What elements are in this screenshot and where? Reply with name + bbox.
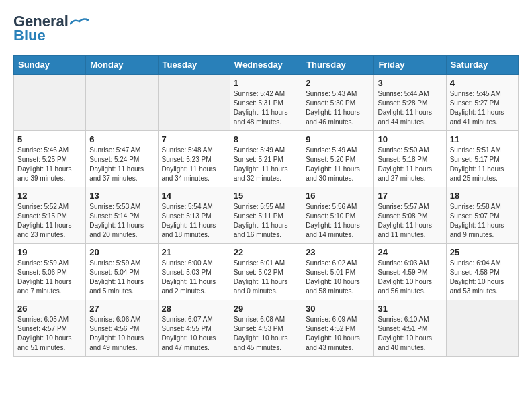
- day-info: Sunrise: 5:49 AM Sunset: 5:21 PM Dayligh…: [234, 146, 298, 183]
- calendar-cell: 17Sunrise: 5:57 AM Sunset: 5:08 PM Dayli…: [374, 187, 446, 244]
- day-number: 8: [234, 134, 298, 144]
- day-number: 21: [162, 247, 226, 257]
- calendar-cell: 23Sunrise: 6:02 AM Sunset: 5:01 PM Dayli…: [302, 244, 374, 300]
- calendar-cell: 13Sunrise: 5:53 AM Sunset: 5:14 PM Dayli…: [86, 187, 158, 244]
- day-info: Sunrise: 6:10 AM Sunset: 4:51 PM Dayligh…: [378, 315, 442, 353]
- day-info: Sunrise: 6:02 AM Sunset: 5:01 PM Dayligh…: [306, 259, 370, 296]
- calendar-cell: 29Sunrise: 6:08 AM Sunset: 4:53 PM Dayli…: [230, 300, 302, 357]
- calendar-cell: 15Sunrise: 5:55 AM Sunset: 5:11 PM Dayli…: [230, 187, 302, 244]
- day-number: 4: [450, 78, 515, 88]
- day-number: 11: [450, 134, 515, 144]
- day-info: Sunrise: 6:03 AM Sunset: 4:59 PM Dayligh…: [378, 259, 442, 296]
- day-number: 29: [234, 304, 298, 314]
- day-info: Sunrise: 6:01 AM Sunset: 5:02 PM Dayligh…: [234, 259, 298, 296]
- col-header-tuesday: Tuesday: [158, 56, 230, 75]
- day-number: 6: [89, 134, 154, 144]
- day-info: Sunrise: 5:59 AM Sunset: 5:04 PM Dayligh…: [89, 259, 154, 296]
- col-header-friday: Friday: [374, 56, 446, 75]
- day-number: 15: [234, 191, 298, 201]
- day-number: 18: [450, 191, 515, 201]
- day-info: Sunrise: 5:49 AM Sunset: 5:20 PM Dayligh…: [306, 146, 370, 183]
- calendar-table: SundayMondayTuesdayWednesdayThursdayFrid…: [13, 55, 519, 357]
- day-info: Sunrise: 6:08 AM Sunset: 4:53 PM Dayligh…: [234, 315, 298, 353]
- logo-blue: Blue: [13, 27, 46, 44]
- day-info: Sunrise: 6:09 AM Sunset: 4:52 PM Dayligh…: [306, 315, 370, 353]
- calendar-cell: 16Sunrise: 5:56 AM Sunset: 5:10 PM Dayli…: [302, 187, 374, 244]
- logo-bird-icon: [70, 17, 89, 27]
- calendar-cell: [158, 75, 230, 131]
- day-info: Sunrise: 5:51 AM Sunset: 5:17 PM Dayligh…: [450, 146, 515, 183]
- calendar-header-row: SundayMondayTuesdayWednesdayThursdayFrid…: [14, 56, 519, 75]
- day-number: 26: [17, 304, 82, 314]
- calendar-cell: 10Sunrise: 5:50 AM Sunset: 5:18 PM Dayli…: [374, 131, 446, 187]
- calendar-cell: 24Sunrise: 6:03 AM Sunset: 4:59 PM Dayli…: [374, 244, 446, 300]
- day-number: 17: [378, 191, 442, 201]
- day-number: 9: [306, 134, 370, 144]
- calendar-cell: 30Sunrise: 6:09 AM Sunset: 4:52 PM Dayli…: [302, 300, 374, 357]
- calendar-cell: 2Sunrise: 5:43 AM Sunset: 5:30 PM Daylig…: [302, 75, 374, 131]
- day-number: 28: [162, 304, 226, 314]
- day-info: Sunrise: 5:48 AM Sunset: 5:23 PM Dayligh…: [162, 146, 226, 183]
- day-number: 16: [306, 191, 370, 201]
- day-number: 7: [162, 134, 226, 144]
- calendar-cell: 1Sunrise: 5:42 AM Sunset: 5:31 PM Daylig…: [230, 75, 302, 131]
- calendar-cell: 14Sunrise: 5:54 AM Sunset: 5:13 PM Dayli…: [158, 187, 230, 244]
- calendar-week-row: 26Sunrise: 6:05 AM Sunset: 4:57 PM Dayli…: [14, 300, 519, 357]
- day-info: Sunrise: 6:05 AM Sunset: 4:57 PM Dayligh…: [17, 315, 82, 353]
- day-number: 14: [162, 191, 226, 201]
- calendar-cell: 9Sunrise: 5:49 AM Sunset: 5:20 PM Daylig…: [302, 131, 374, 187]
- day-number: 23: [306, 247, 370, 257]
- calendar-cell: 5Sunrise: 5:46 AM Sunset: 5:25 PM Daylig…: [14, 131, 86, 187]
- day-number: 1: [234, 78, 298, 88]
- day-number: 27: [89, 304, 154, 314]
- calendar-cell: 27Sunrise: 6:06 AM Sunset: 4:56 PM Dayli…: [86, 300, 158, 357]
- calendar-week-row: 1Sunrise: 5:42 AM Sunset: 5:31 PM Daylig…: [14, 75, 519, 131]
- calendar-cell: [446, 300, 518, 357]
- calendar-cell: 20Sunrise: 5:59 AM Sunset: 5:04 PM Dayli…: [86, 244, 158, 300]
- col-header-sunday: Sunday: [14, 56, 86, 75]
- day-info: Sunrise: 5:59 AM Sunset: 5:06 PM Dayligh…: [17, 259, 82, 296]
- calendar-cell: 28Sunrise: 6:07 AM Sunset: 4:55 PM Dayli…: [158, 300, 230, 357]
- day-number: 2: [306, 78, 370, 88]
- day-info: Sunrise: 5:53 AM Sunset: 5:14 PM Dayligh…: [89, 202, 154, 240]
- day-info: Sunrise: 5:54 AM Sunset: 5:13 PM Dayligh…: [162, 202, 226, 240]
- day-info: Sunrise: 6:00 AM Sunset: 5:03 PM Dayligh…: [162, 259, 226, 296]
- calendar-cell: 18Sunrise: 5:58 AM Sunset: 5:07 PM Dayli…: [446, 187, 518, 244]
- day-info: Sunrise: 5:47 AM Sunset: 5:24 PM Dayligh…: [89, 146, 154, 183]
- col-header-saturday: Saturday: [446, 56, 518, 75]
- day-info: Sunrise: 5:58 AM Sunset: 5:07 PM Dayligh…: [450, 202, 515, 240]
- calendar-week-row: 19Sunrise: 5:59 AM Sunset: 5:06 PM Dayli…: [14, 244, 519, 300]
- calendar-cell: 6Sunrise: 5:47 AM Sunset: 5:24 PM Daylig…: [86, 131, 158, 187]
- day-number: 19: [17, 247, 82, 257]
- day-info: Sunrise: 5:50 AM Sunset: 5:18 PM Dayligh…: [378, 146, 442, 183]
- day-info: Sunrise: 5:42 AM Sunset: 5:31 PM Dayligh…: [234, 89, 298, 127]
- calendar-cell: 19Sunrise: 5:59 AM Sunset: 5:06 PM Dayli…: [14, 244, 86, 300]
- calendar-week-row: 5Sunrise: 5:46 AM Sunset: 5:25 PM Daylig…: [14, 131, 519, 187]
- day-number: 25: [450, 247, 515, 257]
- calendar-cell: 31Sunrise: 6:10 AM Sunset: 4:51 PM Dayli…: [374, 300, 446, 357]
- calendar-cell: 21Sunrise: 6:00 AM Sunset: 5:03 PM Dayli…: [158, 244, 230, 300]
- day-info: Sunrise: 5:45 AM Sunset: 5:27 PM Dayligh…: [450, 89, 515, 127]
- page-header: General Blue: [13, 13, 519, 44]
- col-header-wednesday: Wednesday: [230, 56, 302, 75]
- calendar-cell: 3Sunrise: 5:44 AM Sunset: 5:28 PM Daylig…: [374, 75, 446, 131]
- logo: General Blue: [13, 13, 89, 44]
- calendar-cell: 22Sunrise: 6:01 AM Sunset: 5:02 PM Dayli…: [230, 244, 302, 300]
- calendar-cell: 12Sunrise: 5:52 AM Sunset: 5:15 PM Dayli…: [14, 187, 86, 244]
- day-info: Sunrise: 5:46 AM Sunset: 5:25 PM Dayligh…: [17, 146, 82, 183]
- day-info: Sunrise: 5:43 AM Sunset: 5:30 PM Dayligh…: [306, 89, 370, 127]
- day-number: 20: [89, 247, 154, 257]
- calendar-week-row: 12Sunrise: 5:52 AM Sunset: 5:15 PM Dayli…: [14, 187, 519, 244]
- calendar-cell: 26Sunrise: 6:05 AM Sunset: 4:57 PM Dayli…: [14, 300, 86, 357]
- day-number: 5: [17, 134, 82, 144]
- col-header-thursday: Thursday: [302, 56, 374, 75]
- calendar-cell: 11Sunrise: 5:51 AM Sunset: 5:17 PM Dayli…: [446, 131, 518, 187]
- day-info: Sunrise: 6:04 AM Sunset: 4:58 PM Dayligh…: [450, 259, 515, 296]
- day-info: Sunrise: 5:44 AM Sunset: 5:28 PM Dayligh…: [378, 89, 442, 127]
- day-info: Sunrise: 5:57 AM Sunset: 5:08 PM Dayligh…: [378, 202, 442, 240]
- calendar-cell: 25Sunrise: 6:04 AM Sunset: 4:58 PM Dayli…: [446, 244, 518, 300]
- day-info: Sunrise: 6:07 AM Sunset: 4:55 PM Dayligh…: [162, 315, 226, 353]
- day-number: 12: [17, 191, 82, 201]
- day-number: 10: [378, 134, 442, 144]
- col-header-monday: Monday: [86, 56, 158, 75]
